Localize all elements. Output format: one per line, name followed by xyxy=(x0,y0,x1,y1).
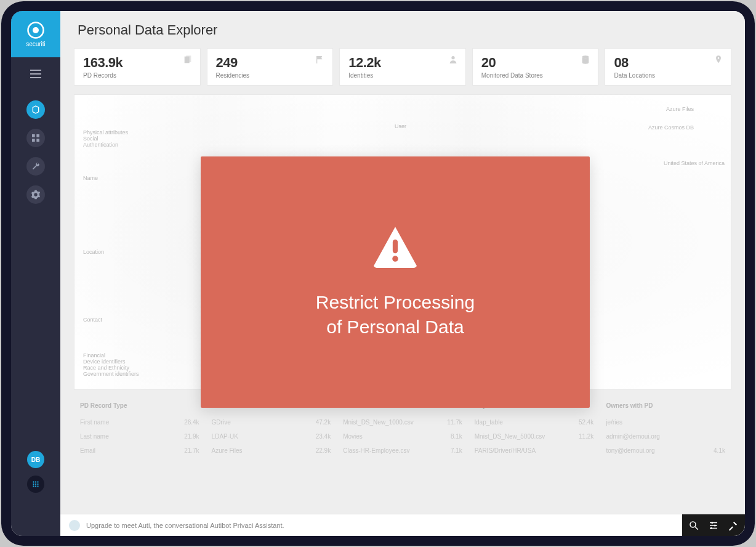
sankey-node-left: Location xyxy=(83,249,104,255)
nav-item-data-explorer[interactable] xyxy=(26,100,45,119)
table-header: PD Record Type xyxy=(74,399,206,415)
warning-icon xyxy=(371,225,420,268)
sankey-node-right: Azure Files xyxy=(666,106,694,112)
kpi-label: PD Records xyxy=(83,72,191,79)
svg-point-18 xyxy=(582,55,589,58)
svg-point-24 xyxy=(714,525,716,527)
svg-point-13 xyxy=(35,485,36,487)
table-cell: Class-HR-Employee.csv7.1k xyxy=(337,444,468,458)
sliders-icon[interactable] xyxy=(708,520,719,531)
restrict-processing-card[interactable]: Restrict Processing of Personal Data xyxy=(201,156,590,408)
table-row[interactable]: Email21.7k Azure Files22.9k Class-HR-Emp… xyxy=(74,444,731,458)
svg-rect-27 xyxy=(393,239,398,253)
svg-point-22 xyxy=(711,522,713,524)
table-cell: Mnist_DS_New_5000.csv11.2k xyxy=(468,429,600,444)
svg-rect-2 xyxy=(32,134,35,137)
kpi-value: 249 xyxy=(216,55,324,71)
svg-point-6 xyxy=(33,481,34,482)
table-cell: First name26.4k xyxy=(74,415,206,429)
svg-point-12 xyxy=(33,485,34,487)
svg-point-28 xyxy=(392,256,398,262)
flag-icon xyxy=(315,55,325,65)
table-cell: Azure Files22.9k xyxy=(206,444,337,458)
records-icon xyxy=(183,55,193,65)
search-icon[interactable] xyxy=(688,520,699,531)
svg-point-11 xyxy=(37,484,38,485)
kpi-label: Monitored Data Stores xyxy=(481,72,590,79)
kpi-residencies[interactable]: 249 Residencies xyxy=(207,48,334,86)
hammer-icon[interactable] xyxy=(728,520,739,531)
cube-icon xyxy=(31,105,41,115)
svg-point-26 xyxy=(710,527,712,529)
kpi-value: 20 xyxy=(481,55,590,71)
sankey-node-left: Device identifiers xyxy=(83,359,126,365)
kpi-value: 163.9k xyxy=(83,55,191,71)
sankey-node-mid: User xyxy=(395,123,406,129)
action-strip xyxy=(682,514,745,536)
kpi-pd-records[interactable]: 163.9k PD Records xyxy=(74,48,201,86)
svg-point-9 xyxy=(33,484,34,485)
table-row[interactable]: First name26.4k GDrive47.2k Mnist_DS_New… xyxy=(74,415,731,429)
person-icon xyxy=(448,55,458,65)
nav-item-tools[interactable] xyxy=(26,157,45,176)
table-cell: Last name21.9k xyxy=(74,429,206,444)
table-cell: Movies8.1k xyxy=(337,429,468,444)
sankey-node-left: Authentication xyxy=(83,142,118,148)
user-avatar[interactable]: DB xyxy=(27,451,44,468)
app-switcher[interactable] xyxy=(27,476,44,493)
sankey-node-left: Financial xyxy=(83,352,105,359)
menu-toggle-icon[interactable] xyxy=(30,70,41,78)
sankey-node-left: Race and Ethnicity xyxy=(83,365,129,371)
nav-item-dashboard[interactable] xyxy=(26,129,45,147)
svg-line-20 xyxy=(695,527,698,530)
nav-icons xyxy=(26,100,45,204)
table-cell: Mnist_DS_New_1000.csv11.7k xyxy=(337,415,468,429)
nav-item-settings[interactable] xyxy=(26,185,45,204)
table-cell: admin@demoui.org xyxy=(600,429,731,444)
bottom-bar: Upgrade to meet Auti, the conversational… xyxy=(60,514,745,536)
brand-name: securiti xyxy=(26,41,46,47)
svg-point-19 xyxy=(690,522,696,527)
svg-rect-5 xyxy=(36,139,39,142)
sankey-node-left: Contact xyxy=(83,317,102,323)
chat-icon[interactable] xyxy=(69,520,80,531)
sankey-node-left: Name xyxy=(83,175,98,181)
kpi-identities[interactable]: 12.2k Identities xyxy=(339,48,466,86)
tablet-frame: securiti DB xyxy=(1,1,755,546)
table-cell: PARIS/Driver/HR/USA xyxy=(468,444,600,458)
grid-icon xyxy=(31,133,41,143)
kpi-label: Identities xyxy=(348,72,457,79)
svg-point-7 xyxy=(35,481,36,482)
table-cell: ldap_table52.4k xyxy=(468,415,600,429)
brand-logo-icon xyxy=(26,21,45,39)
sankey-node-left: Social xyxy=(83,136,99,142)
table-cell: LDAP-UK23.4k xyxy=(206,429,337,444)
pin-icon xyxy=(714,55,723,65)
svg-rect-16 xyxy=(186,55,191,62)
svg-point-14 xyxy=(37,485,38,487)
wrench-icon xyxy=(31,161,41,171)
table-cell: Email21.7k xyxy=(74,444,206,458)
brand-logo[interactable]: securiti xyxy=(11,11,60,57)
table-cell: je/ries xyxy=(600,415,731,429)
kpi-data-stores[interactable]: 20 Monitored Data Stores xyxy=(472,48,599,86)
overlay-title-line1: Restrict Processing xyxy=(316,290,475,315)
kpi-data-locations[interactable]: 08 Data Locations xyxy=(605,48,731,86)
table-row[interactable]: Last name21.9k LDAP-UK23.4k Movies8.1k M… xyxy=(74,429,731,444)
svg-rect-4 xyxy=(32,139,35,142)
sidebar-bottom: DB xyxy=(27,451,44,493)
table-header: Owners with PD xyxy=(600,399,731,415)
sankey-node-right: Azure Cosmos DB xyxy=(648,124,694,131)
kpi-label: Data Locations xyxy=(614,72,722,79)
svg-point-10 xyxy=(35,484,36,485)
assistant-tip: Upgrade to meet Auti, the conversational… xyxy=(86,522,284,529)
sidebar: securiti DB xyxy=(11,11,60,536)
database-icon xyxy=(581,55,590,65)
svg-point-8 xyxy=(37,481,38,482)
sankey-node-left: Government identifiers xyxy=(83,371,139,377)
svg-point-1 xyxy=(33,27,39,33)
page-title: Personal Data Explorer xyxy=(60,11,745,46)
screen: securiti DB xyxy=(11,11,745,536)
gear-icon xyxy=(31,190,41,200)
overlay-title-line2: of Personal Data xyxy=(326,315,464,340)
